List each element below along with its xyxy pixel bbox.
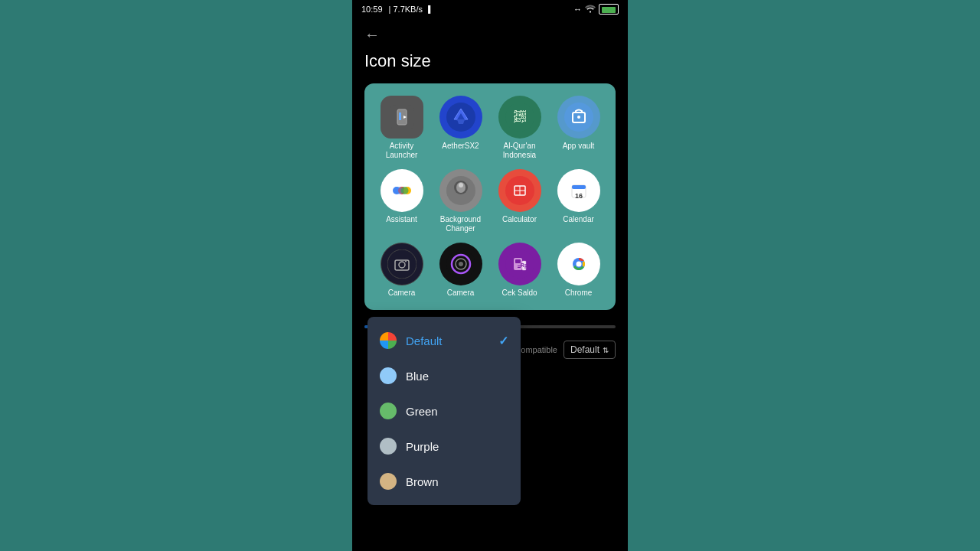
top-bar: ← — [352, 18, 628, 51]
app-label: AetherSX2 — [442, 142, 479, 151]
status-network: | 7.7KB/s — [389, 5, 423, 14]
app-label: BackgroundChanger — [440, 215, 481, 233]
status-bar: 10:59 | 7.7KB/s ▐ ↔ — [352, 0, 628, 18]
app-item-activity-launcher[interactable]: ActivityLauncher — [377, 96, 426, 160]
dropdown-item-label: Default — [406, 334, 489, 347]
app-item-camera[interactable]: Camera — [377, 243, 426, 298]
app-label: Assistant — [386, 215, 417, 224]
dropdown-item-brown[interactable]: Brown — [368, 464, 521, 499]
dropdown-item-label: Blue — [406, 370, 508, 383]
dropdown-item-label: Green — [406, 405, 508, 418]
phone-frame: 10:59 | 7.7KB/s ▐ ↔ ← Icon size — [352, 0, 628, 551]
icon-grid: ActivityLauncher AetherSX2 — [377, 96, 603, 298]
data-speed-icon: ▐ — [426, 5, 430, 13]
color-dot-purple — [380, 438, 397, 455]
app-label: Chrome — [565, 289, 593, 298]
app-item-bg-changer[interactable]: BackgroundChanger — [436, 169, 485, 233]
app-item-aethersx2[interactable]: AetherSX2 — [436, 96, 485, 160]
svg-point-32 — [405, 261, 407, 262]
app-label: App vault — [563, 142, 595, 151]
screen-content: ← Icon size ActivityLauncher — [352, 18, 628, 551]
dropdown-item-default[interactable]: Default ✓ — [368, 323, 521, 358]
app-item-assistant[interactable]: Assistant — [377, 169, 426, 233]
color-dot-default — [380, 332, 397, 349]
chevron-icon: ⇅ — [603, 346, 609, 354]
app-label: Camera — [447, 289, 475, 298]
svg-rect-2 — [399, 112, 401, 120]
dropdown-menu: Default ✓ Blue Green Purple Brown — [368, 317, 521, 505]
dropdown-item-purple[interactable]: Purple — [368, 429, 521, 464]
signal-icon: ↔ — [573, 5, 582, 14]
default-badge[interactable]: Default ⇅ — [564, 341, 616, 359]
check-mark: ✓ — [498, 334, 508, 348]
dropdown-item-blue[interactable]: Blue — [368, 358, 521, 393]
svg-rect-26 — [572, 185, 586, 189]
dropdown-item-label: Purple — [406, 440, 508, 453]
back-button[interactable]: ← — [364, 26, 380, 44]
svg-text:Rp: Rp — [520, 262, 527, 269]
svg-point-19 — [459, 183, 463, 187]
svg-point-15 — [400, 187, 408, 194]
page-title: Icon size — [352, 51, 628, 83]
app-label: Cek Saldo — [501, 289, 537, 298]
app-label: Al-Qur'anIndonesia — [503, 142, 536, 160]
icon-grid-container: ActivityLauncher AetherSX2 — [364, 83, 616, 310]
svg-text:16: 16 — [574, 192, 582, 200]
app-label: Calendar — [563, 215, 594, 224]
svg-point-47 — [576, 262, 581, 267]
app-label: Calculator — [502, 215, 537, 224]
app-item-chrome[interactable]: Chrome — [554, 243, 603, 298]
color-dot-green — [380, 403, 397, 419]
dropdown-item-green[interactable]: Green — [368, 393, 521, 429]
app-item-calculator[interactable]: Calculator — [495, 169, 544, 233]
app-label: ActivityLauncher — [386, 142, 418, 160]
background-right — [643, 0, 980, 551]
battery-icon — [599, 4, 619, 15]
status-time: 10:59 — [361, 5, 383, 14]
svg-point-9 — [577, 116, 580, 119]
default-label: Default — [570, 344, 599, 355]
app-item-cek-saldo[interactable]: Rp Cek Saldo — [495, 243, 544, 298]
app-item-camera2[interactable]: Camera — [436, 243, 485, 298]
svg-text:﷽: ﷽ — [514, 110, 526, 123]
svg-point-36 — [459, 262, 463, 266]
color-dot-blue — [380, 367, 397, 384]
app-item-app-vault[interactable]: App vault — [554, 96, 603, 160]
color-dot-brown — [380, 473, 397, 490]
wifi-icon — [585, 5, 596, 15]
dropdown-item-label: Brown — [406, 475, 508, 488]
background-left — [0, 0, 337, 551]
app-item-al-quran[interactable]: ﷽ Al-Qur'anIndonesia — [495, 96, 544, 160]
app-label: Camera — [388, 289, 416, 298]
app-item-calendar[interactable]: 16 Calendar — [554, 169, 603, 233]
